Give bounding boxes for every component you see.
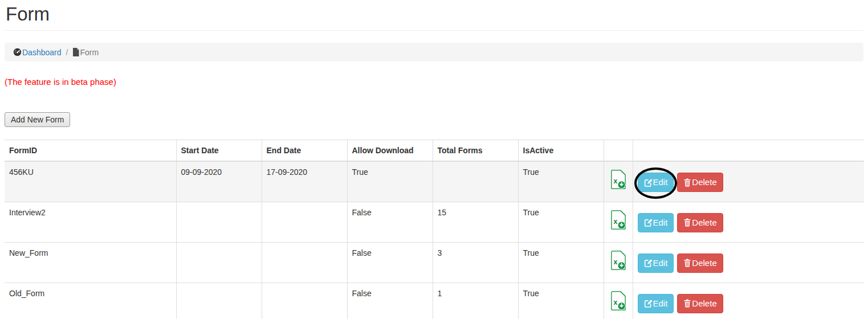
edit-pencil-square-icon xyxy=(644,178,653,187)
cell-isactive: True xyxy=(518,161,604,202)
cell-end-date: 17-09-2020 xyxy=(262,161,347,202)
excel-export-icon[interactable]: x xyxy=(610,291,626,314)
breadcrumb-separator: / xyxy=(66,48,68,57)
cell-end-date xyxy=(262,242,347,283)
edit-button[interactable]: Edit xyxy=(638,213,674,232)
cell-formid: 456KU xyxy=(5,161,176,202)
cell-formid: New_Form xyxy=(5,242,176,283)
column-header-end-date: End Date xyxy=(262,140,347,162)
excel-cell: x xyxy=(604,242,633,283)
cell-isactive: True xyxy=(518,242,604,283)
column-header-total-forms: Total Forms xyxy=(433,140,518,162)
add-new-form-button[interactable]: Add New Form xyxy=(5,112,70,127)
excel-export-icon[interactable]: x xyxy=(610,250,626,273)
table-row: Old_FormFalse1True x Edit xyxy=(5,283,864,319)
forms-table: FormID Start Date End Date Allow Downloa… xyxy=(5,140,864,319)
cell-end-date xyxy=(262,202,347,242)
actions-cell: Edit Delete xyxy=(633,161,864,202)
svg-text:x: x xyxy=(613,257,617,265)
cell-allow-download: False xyxy=(347,242,433,283)
cell-isactive: True xyxy=(518,202,604,242)
dashboard-gauge-icon xyxy=(13,48,22,56)
delete-button-wrap: Delete xyxy=(677,213,723,232)
trash-icon xyxy=(683,299,692,308)
excel-export-icon[interactable]: x xyxy=(610,210,626,233)
delete-button-label: Delete xyxy=(692,177,716,187)
delete-button[interactable]: Delete xyxy=(677,173,723,192)
cell-formid: Old_Form xyxy=(5,283,176,319)
cell-formid: Interview2 xyxy=(5,202,176,242)
delete-button-wrap: Delete xyxy=(677,294,723,313)
edit-button-label: Edit xyxy=(653,177,668,187)
trash-icon xyxy=(683,218,692,227)
table-header-row: FormID Start Date End Date Allow Downloa… xyxy=(5,140,864,162)
cell-start-date xyxy=(176,202,262,242)
trash-icon xyxy=(683,259,692,267)
delete-button[interactable]: Delete xyxy=(677,213,723,232)
form-table-body: 456KU09-09-202017-09-2020TrueTrue x Edit xyxy=(5,161,864,319)
breadcrumb-current: Form xyxy=(72,48,99,57)
cell-total-forms: 3 xyxy=(433,242,518,283)
edit-button-label: Edit xyxy=(653,218,668,228)
cell-start-date xyxy=(176,242,262,283)
svg-text:x: x xyxy=(613,177,617,185)
column-header-start-date: Start Date xyxy=(176,140,262,162)
svg-text:x: x xyxy=(613,298,617,306)
table-row: 456KU09-09-202017-09-2020TrueTrue x Edit xyxy=(5,161,864,202)
edit-button[interactable]: Edit xyxy=(638,294,674,313)
column-header-isactive: IsActive xyxy=(518,140,604,162)
cell-allow-download: False xyxy=(347,283,433,319)
beta-phase-note: (The feature is in beta phase) xyxy=(5,77,863,87)
table-row: New_FormFalse3True x Edit xyxy=(5,242,864,283)
edit-pencil-square-icon xyxy=(644,259,653,267)
delete-button-label: Delete xyxy=(692,298,716,309)
delete-button-label: Delete xyxy=(692,218,716,228)
breadcrumb: Dashboard / Form xyxy=(5,43,863,62)
edit-button[interactable]: Edit xyxy=(638,173,674,192)
cell-isactive: True xyxy=(518,283,604,319)
delete-button[interactable]: Delete xyxy=(677,253,723,273)
table-row: Interview2False15True x Edit xyxy=(5,202,864,242)
svg-text:x: x xyxy=(613,217,617,225)
excel-cell: x xyxy=(604,283,633,319)
delete-button[interactable]: Delete xyxy=(677,294,723,313)
edit-pencil-square-icon xyxy=(644,218,653,227)
actions-cell: Edit Delete xyxy=(633,242,864,283)
cell-end-date xyxy=(262,283,347,319)
cell-total-forms: 1 xyxy=(433,283,518,319)
excel-cell: x xyxy=(604,161,633,202)
column-header-formid: FormID xyxy=(5,140,176,162)
cell-allow-download: True xyxy=(347,161,433,202)
edit-button-wrap: Edit xyxy=(638,253,674,273)
breadcrumb-dashboard-label: Dashboard xyxy=(22,48,62,57)
actions-cell: Edit Delete xyxy=(633,283,864,319)
breadcrumb-current-label: Form xyxy=(80,48,99,57)
delete-button-wrap: Delete xyxy=(677,173,723,192)
delete-button-wrap: Delete xyxy=(677,253,723,273)
excel-cell: x xyxy=(604,202,633,242)
edit-button-label: Edit xyxy=(653,298,668,309)
column-header-excel xyxy=(604,140,633,162)
breadcrumb-dashboard-link[interactable]: Dashboard xyxy=(13,48,62,57)
excel-export-icon[interactable]: x xyxy=(610,169,626,193)
edit-pencil-square-icon xyxy=(644,299,653,308)
actions-cell: Edit Delete xyxy=(633,202,864,242)
trash-icon xyxy=(683,178,692,187)
cell-total-forms xyxy=(433,161,518,202)
cell-start-date xyxy=(176,283,262,319)
cell-total-forms: 15 xyxy=(433,202,518,242)
edit-button-wrap: Edit xyxy=(638,294,674,313)
column-header-actions xyxy=(633,140,864,162)
edit-button-label: Edit xyxy=(653,258,668,268)
cell-start-date: 09-09-2020 xyxy=(176,161,262,202)
page-title: Form xyxy=(6,3,863,25)
edit-button-wrap: Edit xyxy=(638,213,674,232)
edit-button[interactable]: Edit xyxy=(638,253,674,273)
table-header: FormID Start Date End Date Allow Downloa… xyxy=(5,140,864,162)
column-header-allow-download: Allow Download xyxy=(347,140,433,162)
edit-button-wrap: Edit xyxy=(638,173,674,192)
delete-button-label: Delete xyxy=(692,258,716,268)
cell-allow-download: False xyxy=(347,202,433,242)
title-divider xyxy=(5,30,863,31)
page-container: Form Dashboard / Form xyxy=(0,3,868,319)
